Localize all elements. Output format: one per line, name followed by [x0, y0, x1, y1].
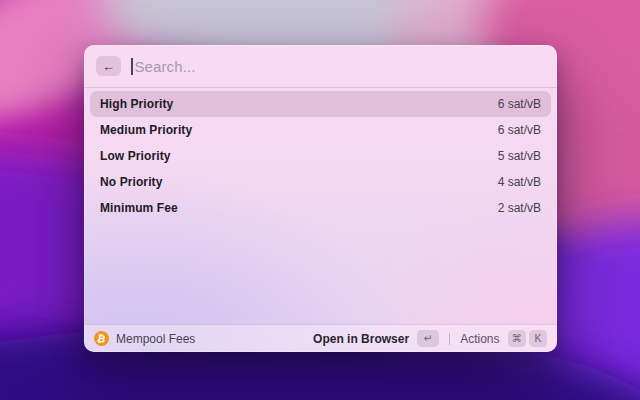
list-item-medium-priority[interactable]: Medium Priority 6 sat/vB: [90, 117, 551, 143]
list-item-label: Low Priority: [100, 149, 171, 163]
footer-divider: [449, 333, 450, 345]
list-item-value: 4 sat/vB: [498, 175, 541, 189]
command-key-icon: ⌘: [508, 330, 527, 347]
launcher-window: ← Search... High Priority 6 sat/vB Mediu…: [84, 45, 557, 352]
empty-area: [84, 224, 557, 324]
list-item-value: 6 sat/vB: [498, 97, 541, 111]
open-in-browser-button[interactable]: Open in Browser: [313, 332, 409, 346]
list-item-value: 6 sat/vB: [498, 123, 541, 137]
actions-button[interactable]: Actions: [460, 332, 499, 346]
list-item-minimum-fee[interactable]: Minimum Fee 2 sat/vB: [90, 195, 551, 221]
list-item-label: High Priority: [100, 97, 173, 111]
search-input[interactable]: Search...: [131, 58, 545, 75]
enter-key-icon: ↵: [417, 330, 439, 347]
list-item-high-priority[interactable]: High Priority 6 sat/vB: [90, 91, 551, 117]
search-bar: ← Search...: [84, 45, 557, 87]
back-button[interactable]: ←: [96, 56, 121, 76]
footer-actions: Open in Browser ↵ Actions ⌘ K: [313, 330, 547, 347]
list-item-label: Minimum Fee: [100, 201, 178, 215]
bitcoin-icon: ₿: [94, 331, 109, 346]
search-placeholder: Search...: [135, 58, 196, 75]
k-key-icon: K: [529, 330, 547, 347]
list-item-low-priority[interactable]: Low Priority 5 sat/vB: [90, 143, 551, 169]
text-caret: [131, 58, 133, 75]
list-item-label: No Priority: [100, 175, 162, 189]
list-item-value: 5 sat/vB: [498, 149, 541, 163]
fee-list: High Priority 6 sat/vB Medium Priority 6…: [84, 88, 557, 224]
back-arrow-icon: ←: [102, 60, 115, 73]
footer-bar: ₿ Mempool Fees Open in Browser ↵ Actions…: [84, 324, 557, 352]
extension-chip: ₿ Mempool Fees: [94, 331, 195, 346]
list-item-label: Medium Priority: [100, 123, 192, 137]
list-item-value: 2 sat/vB: [498, 201, 541, 215]
list-item-no-priority[interactable]: No Priority 4 sat/vB: [90, 169, 551, 195]
extension-name: Mempool Fees: [116, 332, 195, 346]
